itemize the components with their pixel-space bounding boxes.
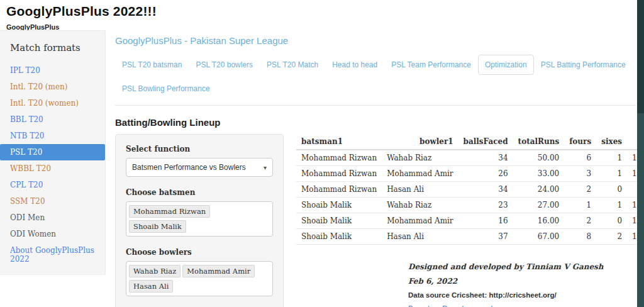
sidebar-item[interactable]: PSL T20 xyxy=(0,144,105,160)
batsmen-input[interactable]: Mohammad Rizwan Shoaib Malik xyxy=(126,201,273,237)
choose-bowlers-label: Choose bowlers xyxy=(126,248,273,257)
sidebar-item[interactable]: IPL T20 xyxy=(0,62,105,79)
cell-sixes: 0 xyxy=(596,213,627,229)
batsman-tag[interactable]: Mohammad Rizwan xyxy=(129,205,210,218)
cell-batsman1: Mohammad Rizwan xyxy=(296,182,382,198)
batsman-tag[interactable]: Shoaib Malik xyxy=(129,220,186,233)
bowler-tag[interactable]: Hasan Ali xyxy=(129,280,173,293)
select-function-value: Batsmen Performance vs Bowlers xyxy=(132,163,246,172)
tab[interactable]: PSL T20 batsman xyxy=(115,55,189,75)
cell-batsman1: Shoaib Malik xyxy=(296,198,382,213)
table-row[interactable]: Mohammad Rizwan Hasan Ali 34 24.00 2 0 7… xyxy=(296,182,644,198)
table-header-row: batsman1 bowler1 ballsFaced totalRuns fo… xyxy=(296,134,644,150)
table-row[interactable]: Mohammad Rizwan Wahab Riaz 34 50.00 6 1 … xyxy=(296,150,644,166)
cell-bowler1: Hasan Ali xyxy=(382,182,458,198)
cell-batsman1: Mohammad Rizwan xyxy=(296,166,382,182)
cell-totalRuns: 27.00 xyxy=(513,198,565,213)
cell-fours: 8 xyxy=(564,229,596,245)
sidebar-item[interactable]: CPL T20 xyxy=(0,177,105,193)
results-table: batsman1 bowler1 ballsFaced totalRuns fo… xyxy=(296,134,644,245)
cell-ballsFaced: 26 xyxy=(458,166,513,182)
sidebar-item[interactable]: ODI Men xyxy=(0,209,105,226)
cell-sixes: 1 xyxy=(596,150,627,166)
tab[interactable]: PSL Team Performance xyxy=(384,55,478,75)
tab[interactable]: PSL T20 Match xyxy=(260,55,325,75)
section-title: Batting/Bowling Lineup xyxy=(115,117,636,128)
sidebar-item[interactable]: WBBL T20 xyxy=(0,160,105,177)
cell-totalRuns: 33.00 xyxy=(513,166,565,182)
tab[interactable]: PSL Batting Performance xyxy=(534,55,633,75)
cell-sixes: 1 xyxy=(596,166,627,182)
scrollbar[interactable] xyxy=(637,0,644,307)
select-function-dropdown[interactable]: Batsmen Performance vs Bowlers ▾ xyxy=(126,158,273,177)
cell-totalRuns: 67.00 xyxy=(513,229,565,245)
cell-fours: 1 xyxy=(564,198,596,213)
sidebar-item[interactable]: Intl. T20 (women) xyxy=(0,95,105,111)
app-header: GooglyPlusPlus 2022!!! GooglyPlusPlus xyxy=(0,0,644,31)
select-function-label: Select function xyxy=(126,145,273,154)
cell-fours: 6 xyxy=(564,150,596,166)
cell-batsman1: Shoaib Malik xyxy=(296,229,382,245)
sidebar-item[interactable]: ODI Women xyxy=(0,226,105,242)
tab[interactable]: Head to head xyxy=(325,55,384,75)
cell-totalRuns: 24.00 xyxy=(513,182,565,198)
sidebar-item[interactable]: NTB T20 xyxy=(0,128,105,144)
tab[interactable]: PSL Bowling Performance xyxy=(115,79,217,99)
sidebar-item[interactable]: Intl. T20 (men) xyxy=(0,79,105,95)
table-header-cell[interactable]: fours xyxy=(564,134,596,150)
cell-batsman1: Shoaib Malik xyxy=(296,213,382,229)
table-header-cell[interactable]: ballsFaced xyxy=(458,134,513,150)
tab-bar: PSL T20 batsman PSL T20 bowlers PSL T20 … xyxy=(115,55,636,106)
bowler-tag[interactable]: Mohammad Amir xyxy=(182,265,255,277)
chevron-down-icon: ▾ xyxy=(264,164,267,171)
cell-bowler1: Wahab Riaz xyxy=(382,150,458,166)
cell-bowler1: Mohammad Amir xyxy=(382,166,458,182)
table-row[interactable]: Shoaib Malik Wahab Riaz 23 27.00 1 1 117… xyxy=(296,198,644,213)
table-row[interactable]: Shoaib Malik Hasan Ali 37 67.00 8 2 181.… xyxy=(296,229,644,245)
page-title: GooglyPlusPlus - Pakistan Super League xyxy=(115,35,636,46)
cell-sixes: 2 xyxy=(596,229,627,245)
cell-bowler1: Wahab Riaz xyxy=(382,198,458,213)
cell-ballsFaced: 23 xyxy=(458,198,513,213)
footer-credits: Designed and developed by Tinniam V Gane… xyxy=(408,262,636,307)
cell-totalRuns: 50.00 xyxy=(513,150,565,166)
table-header-cell[interactable]: bowler1 xyxy=(382,134,458,150)
footer-credit: Designed and developed by Tinniam V Gane… xyxy=(408,262,636,271)
cell-fours: 3 xyxy=(564,166,596,182)
sidebar-item[interactable]: SSM T20 xyxy=(0,193,105,209)
sidebar-item[interactable]: BBL T20 xyxy=(0,111,105,128)
cell-sixes: 0 xyxy=(596,182,627,198)
table-row[interactable]: Shoaib Malik Mohammad Amir 16 16.00 2 0 … xyxy=(296,213,644,229)
tab[interactable]: Optimization xyxy=(478,55,534,75)
content-row: Select function Batsmen Performance vs B… xyxy=(115,134,636,307)
cell-batsman1: Mohammad Rizwan xyxy=(296,150,382,166)
cell-fours: 2 xyxy=(564,213,596,229)
footer-date: Feb 6, 2022 xyxy=(408,277,636,286)
main-content: GooglyPlusPlus - Pakistan Super League P… xyxy=(115,35,636,307)
footer-source: Data source Cricsheet: http://cricsheet.… xyxy=(408,291,636,299)
cell-ballsFaced: 34 xyxy=(458,182,513,198)
cell-sixes: 1 xyxy=(596,198,627,213)
sidebar-heading: Match formats xyxy=(0,40,105,62)
sidebar-list: IPL T20 Intl. T20 (men) Intl. T20 (women… xyxy=(0,62,105,267)
cell-totalRuns: 16.00 xyxy=(513,213,565,229)
table-header-cell[interactable]: batsman1 xyxy=(296,134,382,150)
table-header-cell[interactable]: totalRuns xyxy=(513,134,565,150)
cell-fours: 2 xyxy=(564,182,596,198)
form-panel: Select function Batsmen Performance vs B… xyxy=(115,134,284,307)
app-title: GooglyPlusPlus 2022!!! xyxy=(6,4,638,19)
scrollbar-thumb[interactable] xyxy=(637,0,644,113)
cell-ballsFaced: 16 xyxy=(458,213,513,229)
cell-ballsFaced: 37 xyxy=(458,229,513,245)
table-row[interactable]: Mohammad Rizwan Mohammad Amir 26 33.00 3… xyxy=(296,166,644,182)
results-area: batsman1 bowler1 ballsFaced totalRuns fo… xyxy=(296,134,636,307)
bowler-tag[interactable]: Wahab Riaz xyxy=(129,265,180,277)
yorkr-link[interactable]: Based on R package yorkr xyxy=(408,304,636,307)
sidebar-item[interactable]: About GooglyPlusPlus 2022 xyxy=(0,242,105,267)
tab[interactable]: PSL T20 bowlers xyxy=(189,55,260,75)
cell-ballsFaced: 34 xyxy=(458,150,513,166)
table-header-cell[interactable]: sixes xyxy=(596,134,627,150)
sidebar: Match formats IPL T20 Intl. T20 (men) In… xyxy=(0,30,106,275)
table-body: Mohammad Rizwan Wahab Riaz 34 50.00 6 1 … xyxy=(296,150,644,245)
bowlers-input[interactable]: Wahab Riaz Mohammad Amir Hasan Ali xyxy=(126,261,273,296)
